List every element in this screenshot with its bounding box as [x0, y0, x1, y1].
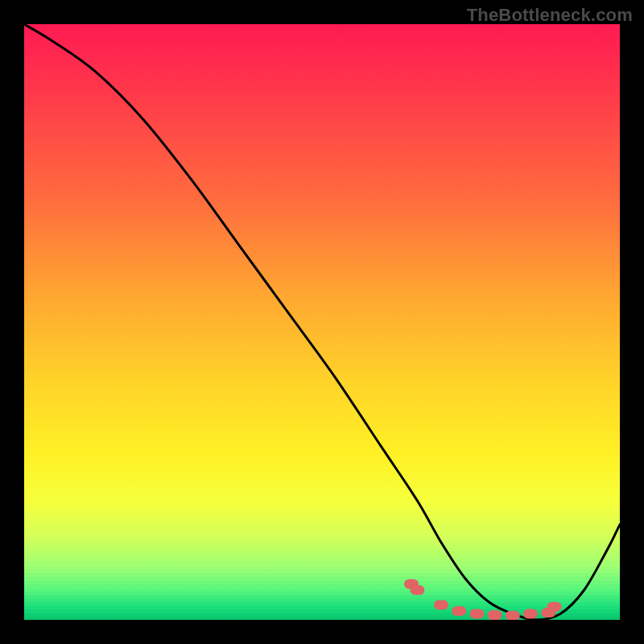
plot-area	[24, 24, 620, 620]
highlight-point	[488, 610, 502, 620]
highlight-point	[523, 609, 538, 619]
highlight-points	[404, 580, 562, 620]
bottleneck-curve	[24, 24, 620, 620]
curve-layer	[24, 24, 620, 620]
chart-frame: TheBottleneck.com	[0, 0, 644, 644]
watermark-text: TheBottleneck.com	[467, 5, 633, 26]
highlight-point	[469, 609, 484, 619]
highlight-point	[434, 601, 448, 610]
highlight-point	[452, 606, 466, 616]
highlight-point	[547, 602, 562, 612]
highlight-point	[506, 611, 520, 620]
highlight-point	[410, 585, 424, 595]
